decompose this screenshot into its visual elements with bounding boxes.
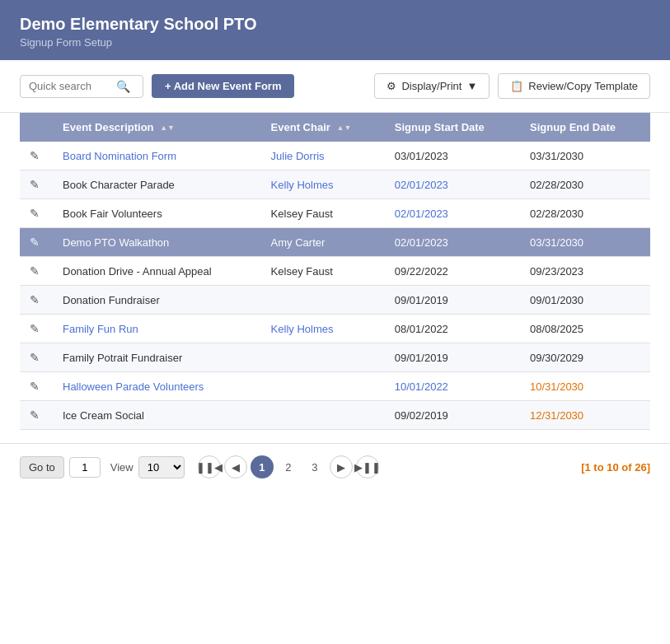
signup-start-date: 03/01/2023 [385, 142, 520, 170]
signup-start-date: 08/01/2022 [385, 315, 520, 343]
table-row: ✎Ice Cream Social09/02/201912/31/2030 [20, 401, 650, 430]
signup-start-date: 09/01/2019 [385, 286, 520, 315]
edit-icon[interactable]: ✎ [20, 199, 53, 228]
page-range-info: [1 to 10 of 26] [581, 461, 650, 474]
chevron-down-icon: ▼ [466, 80, 477, 92]
event-chair [261, 343, 385, 372]
signup-start-date: 02/01/2023 [385, 228, 520, 257]
signup-start-date: 02/01/2023 [385, 199, 520, 228]
col-start-date: Signup Start Date [385, 113, 520, 142]
event-chair: Kelly Holmes [261, 315, 385, 343]
col-description: Event Description ▲▼ [53, 113, 261, 142]
event-description: Donation Drive - Annual Appeal [53, 257, 261, 286]
display-print-label: Display/Print [401, 80, 462, 92]
edit-icon[interactable]: ✎ [20, 401, 53, 430]
event-description: Book Character Parade [53, 170, 261, 199]
signup-end-date: 02/28/2030 [520, 199, 650, 228]
signup-start-date: 09/22/2022 [385, 257, 520, 286]
event-chair: Kelly Holmes [261, 170, 385, 199]
sort-chair-icon[interactable]: ▲▼ [336, 124, 351, 132]
edit-icon[interactable]: ✎ [20, 228, 53, 257]
event-description: Book Fair Volunteers [53, 199, 261, 228]
view-select[interactable]: 10 25 50 100 [138, 456, 185, 478]
event-chair: Amy Carter [261, 228, 385, 257]
table-row: ✎Family Potrait Fundraiser09/01/201909/3… [20, 343, 650, 372]
table-row: ✎Book Character ParadeKelly Holmes02/01/… [20, 170, 650, 199]
page-1[interactable]: 1 [251, 455, 274, 478]
edit-icon[interactable]: ✎ [20, 315, 53, 343]
edit-icon[interactable]: ✎ [20, 142, 53, 170]
page-nav: ❚❚◀ ◀ 1 2 3 ▶ ▶❚❚ [198, 455, 379, 478]
search-input[interactable] [29, 80, 111, 92]
add-event-button[interactable]: + Add New Event Form [152, 74, 294, 98]
signup-start-date: 02/01/2023 [385, 170, 520, 199]
goto-input[interactable] [69, 457, 101, 478]
table-row: ✎Halloween Parade Volunteers10/01/202210… [20, 372, 650, 401]
table-row: ✎Demo PTO WalkathonAmy Carter02/01/20230… [20, 228, 650, 257]
event-description: Family Potrait Fundraiser [53, 343, 261, 372]
event-chair [261, 286, 385, 315]
search-icon: 🔍 [116, 80, 130, 93]
signup-end-date: 02/28/2030 [520, 170, 650, 199]
edit-icon[interactable]: ✎ [20, 170, 53, 199]
event-chair: Kelsey Faust [261, 257, 385, 286]
event-description: Family Fun Run [53, 315, 261, 343]
table-body: ✎Board Nomination FormJulie Dorris03/01/… [20, 142, 650, 430]
page-subtitle: Signup Form Setup [20, 36, 650, 49]
signup-end-date: 12/31/2030 [520, 401, 650, 430]
signup-end-date: 08/08/2025 [520, 315, 650, 343]
table-header-row: Event Description ▲▼ Event Chair ▲▼ Sign… [20, 113, 650, 142]
event-chair [261, 401, 385, 430]
view-label: View [110, 461, 134, 474]
goto-button[interactable]: Go to [20, 456, 64, 478]
signup-start-date: 09/01/2019 [385, 343, 520, 372]
copy-icon: 📋 [510, 80, 523, 92]
col-end-date: Signup End Date [520, 113, 650, 142]
signup-end-date: 09/01/2030 [520, 286, 650, 315]
page-3[interactable]: 3 [303, 455, 326, 478]
event-chair: Kelsey Faust [261, 199, 385, 228]
events-table: Event Description ▲▼ Event Chair ▲▼ Sign… [20, 113, 650, 430]
event-description: Ice Cream Social [53, 401, 261, 430]
display-print-button[interactable]: ⚙ Display/Print ▼ [374, 73, 490, 99]
event-description: Donation Fundraiser [53, 286, 261, 315]
signup-end-date: 09/30/2029 [520, 343, 650, 372]
col-chair: Event Chair ▲▼ [261, 113, 385, 142]
event-chair: Julie Dorris [261, 142, 385, 170]
org-title: Demo Elementary School PTO [20, 15, 650, 34]
event-description: Halloween Parade Volunteers [53, 372, 261, 401]
prev-page-button[interactable]: ◀ [224, 455, 247, 478]
next-page-button[interactable]: ▶ [330, 455, 353, 478]
signup-end-date: 10/31/2030 [520, 372, 650, 401]
edit-icon[interactable]: ✎ [20, 343, 53, 372]
signup-start-date: 09/02/2019 [385, 401, 520, 430]
signup-end-date: 03/31/2030 [520, 228, 650, 257]
col-edit [20, 113, 53, 142]
sort-description-icon[interactable]: ▲▼ [160, 124, 175, 132]
event-description: Demo PTO Walkathon [53, 228, 261, 257]
pagination: Go to View 10 25 50 100 ❚❚◀ ◀ 1 2 3 ▶ ▶❚… [0, 443, 670, 490]
review-copy-label: Review/Copy Template [528, 80, 638, 92]
header: Demo Elementary School PTO Signup Form S… [0, 0, 670, 60]
edit-icon[interactable]: ✎ [20, 257, 53, 286]
signup-end-date: 09/23/2023 [520, 257, 650, 286]
table-row: ✎Donation Fundraiser09/01/201909/01/2030 [20, 286, 650, 315]
search-box: 🔍 [20, 75, 143, 98]
edit-icon[interactable]: ✎ [20, 286, 53, 315]
gear-icon: ⚙ [387, 80, 396, 92]
page-2[interactable]: 2 [277, 455, 300, 478]
review-copy-button[interactable]: 📋 Review/Copy Template [498, 73, 650, 99]
events-table-container: Event Description ▲▼ Event Chair ▲▼ Sign… [0, 113, 670, 443]
signup-start-date: 10/01/2022 [385, 372, 520, 401]
first-page-button[interactable]: ❚❚◀ [198, 455, 221, 478]
event-description: Board Nomination Form [53, 142, 261, 170]
signup-end-date: 03/31/2030 [520, 142, 650, 170]
table-row: ✎Family Fun RunKelly Holmes08/01/202208/… [20, 315, 650, 343]
toolbar: 🔍 + Add New Event Form ⚙ Display/Print ▼… [0, 60, 670, 113]
edit-icon[interactable]: ✎ [20, 372, 53, 401]
event-chair [261, 372, 385, 401]
last-page-button[interactable]: ▶❚❚ [356, 455, 379, 478]
table-row: ✎Book Fair VolunteersKelsey Faust02/01/2… [20, 199, 650, 228]
table-row: ✎Board Nomination FormJulie Dorris03/01/… [20, 142, 650, 170]
table-row: ✎Donation Drive - Annual AppealKelsey Fa… [20, 257, 650, 286]
